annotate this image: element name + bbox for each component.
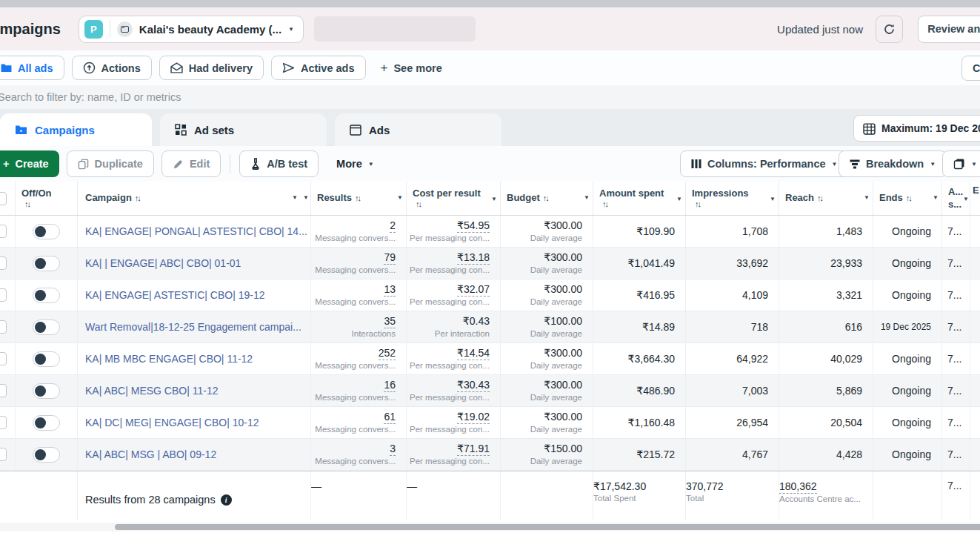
campaign-link[interactable]: Wart Removal|18-12-25 Engagement campai.…	[85, 321, 301, 333]
column-header-spent[interactable]: Amount spent↑↓ ▼	[593, 182, 686, 215]
table-row: KA| | ENGAGE| ABC| CBO| 01-01 79Messagin…	[0, 248, 980, 279]
chevron-down-icon[interactable]: ▼	[292, 194, 298, 202]
tab-campaigns[interactable]: Campaigns	[0, 113, 152, 146]
ab-test-button[interactable]: A/B test	[239, 150, 319, 177]
review-publish-button[interactable]: Review and publish	[918, 16, 980, 43]
info-icon[interactable]: i	[221, 494, 232, 506]
chevron-down-icon[interactable]: ▼	[397, 194, 403, 202]
campaign-link[interactable]: KA| MB MBC ENGAGE| CBO| 11-12	[85, 353, 253, 365]
row-checkbox[interactable]	[0, 225, 7, 238]
column-header-attribution[interactable]: A...s... ▼	[942, 182, 970, 215]
sort-icon: ↑↓	[135, 193, 140, 204]
checkbox-cell	[0, 311, 16, 342]
chevron-down-icon: ▼	[832, 161, 838, 168]
chevron-down-icon[interactable]: ▼	[676, 196, 682, 203]
pencil-icon	[173, 159, 184, 170]
ads-manager-page: Campaigns P Kalai's beauty Academy (... …	[0, 0, 980, 533]
account-name: Kalai's beauty Academy (...	[139, 23, 281, 36]
search-input[interactable]: Search to filter by: name, ID or metrics	[0, 91, 181, 103]
row-checkbox[interactable]	[0, 448, 7, 461]
filter-chip-active-ads[interactable]: Active ads	[271, 56, 366, 80]
column-header-clipped: E	[970, 182, 980, 215]
edit-button[interactable]: Edit	[161, 150, 221, 177]
envelope-icon	[170, 62, 183, 73]
results-cell: 252Messaging convers...	[311, 343, 407, 374]
reach-cell: 40,029	[779, 343, 873, 374]
campaign-link[interactable]: KA| ABC| MSG | ABO| 09-12	[85, 448, 216, 460]
tab-ad-sets[interactable]: Ad sets	[160, 113, 327, 146]
ends-cell: Ongoing	[873, 343, 942, 374]
campaign-toggle[interactable]	[33, 288, 60, 303]
chevron-down-icon[interactable]: ▼	[770, 196, 776, 203]
copy-icon	[78, 159, 89, 170]
results-cell: 61Messaging convers...	[311, 407, 407, 438]
more-button[interactable]: More ▼	[326, 150, 384, 177]
sort-icon: ↑↓	[602, 199, 664, 210]
column-header-results[interactable]: Results↑↓ ▼	[311, 182, 407, 215]
spent-cell: ₹215.72	[593, 439, 686, 470]
chevron-down-icon[interactable]: ▼	[933, 194, 939, 202]
grid-icon	[175, 124, 187, 136]
campaign-toggle[interactable]	[33, 447, 60, 463]
row-checkbox[interactable]	[0, 384, 7, 397]
campaign-link[interactable]: KA| | ENGAGE| ABC| CBO| 01-01	[85, 257, 241, 269]
reach-total-cell: 180,362Accounts Centre ac...	[779, 471, 873, 520]
chevron-down-icon[interactable]: ▼	[584, 194, 590, 202]
cost-cell: ₹19.02Per messaging con...	[407, 407, 501, 438]
campaign-toggle[interactable]	[33, 351, 60, 367]
duplicate-button[interactable]: Duplicate	[67, 150, 154, 177]
reports-button[interactable]: ▼	[942, 150, 980, 177]
tab-ads[interactable]: Ads	[335, 113, 501, 146]
campaign-link[interactable]: KA| ENGAGE| PONGAL| ASTESTIC| CBO| 14...	[85, 225, 307, 237]
level-tabs: Campaigns Ad sets Ads Maximum: 19 Dec 20…	[0, 109, 980, 146]
actions-icon	[83, 62, 96, 74]
column-header-cost[interactable]: Cost per result↑↓ ▼	[407, 182, 501, 215]
chevron-down-icon[interactable]: ▼	[963, 196, 969, 203]
row-checkbox[interactable]	[0, 352, 7, 365]
spent-cell: ₹3,664.30	[593, 343, 686, 374]
campaign-toggle[interactable]	[33, 415, 60, 431]
plus-icon: +	[3, 158, 9, 170]
cost-cell: ₹54.95Per messaging con...	[407, 216, 501, 247]
chevron-down-icon[interactable]: ▼	[864, 194, 870, 202]
select-all-checkbox[interactable]	[0, 192, 7, 205]
row-checkbox[interactable]	[0, 416, 7, 429]
filter-chip-actions[interactable]: Actions	[72, 56, 152, 80]
row-checkbox[interactable]	[0, 256, 7, 270]
campaign-toggle[interactable]	[33, 224, 60, 239]
date-range-selector[interactable]: Maximum: 19 Dec 2025	[853, 115, 980, 142]
reach-cell: 1,483	[779, 216, 873, 247]
account-selector[interactable]: P Kalai's beauty Academy (... ▼	[79, 16, 304, 43]
campaign-link[interactable]: KA| ENGAGE| ASTESTIC| CBO| 19-12	[85, 289, 265, 301]
column-header-impressions[interactable]: Impressions↑↓ ▼	[686, 182, 779, 215]
row-checkbox[interactable]	[0, 288, 7, 302]
header-search-field[interactable]	[314, 16, 476, 42]
create-button[interactable]: + Create	[0, 150, 59, 177]
breakdown-button[interactable]: Breakdown ▼	[839, 150, 947, 177]
column-header-offon[interactable]: Off/On↑↓	[16, 182, 78, 215]
attribution-cell: 7...	[942, 343, 970, 374]
create-report-button[interactable]: Create	[961, 56, 980, 81]
ends-cell: Ongoing	[873, 216, 942, 247]
chevron-down-icon[interactable]: ▼	[303, 194, 309, 202]
campaign-toggle[interactable]	[33, 383, 60, 399]
column-header-reach[interactable]: Reach↑↓ ▼	[779, 182, 873, 215]
see-more-button[interactable]: + See more	[381, 61, 442, 76]
filter-chip-had-delivery[interactable]: Had delivery	[159, 56, 264, 80]
row-checkbox[interactable]	[0, 320, 7, 334]
column-header-ends[interactable]: Ends↑↓ ▼	[873, 182, 942, 215]
column-header-campaign[interactable]: Campaign↑↓ ▼ ▼	[78, 182, 311, 215]
checkbox-cell	[0, 343, 16, 374]
campaign-link[interactable]: KA| DC| MEG| ENGAGE| CBO| 10-12	[85, 417, 259, 428]
refresh-button[interactable]	[876, 16, 903, 43]
columns-button[interactable]: Columns: Performance ▼	[680, 150, 848, 177]
chevron-down-icon[interactable]: ▼	[491, 196, 497, 203]
search-filter-bar[interactable]: Search to filter by: name, ID or metrics	[0, 85, 980, 109]
campaign-toggle[interactable]	[33, 320, 60, 335]
campaign-link[interactable]: KA| ABC| MESG CBO| 11-12	[85, 385, 219, 397]
campaign-toggle[interactable]	[33, 256, 60, 271]
filter-chip-all-ads[interactable]: All ads	[0, 56, 64, 80]
scrollbar-thumb[interactable]	[115, 524, 980, 530]
column-header-budget[interactable]: Budget↑↓ ▼	[501, 182, 593, 215]
toggle-cell	[16, 248, 78, 279]
